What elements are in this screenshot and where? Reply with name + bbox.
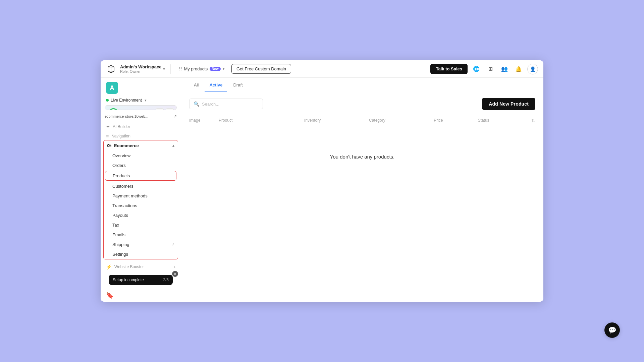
sort-icon[interactable]: ⇅ [531,118,535,123]
setup-incomplete-count: 2/5 [163,278,169,282]
wp-icon-button[interactable]: W [156,108,164,110]
top-bar-right: Talk to Sales 🌐 ⊞ 👥 🔔 👤 [430,64,538,74]
site-url-row: ecommerce-store.10web... ↗ [101,113,181,121]
tabs-bar: All Active Draft [181,78,543,93]
talk-to-sales-button[interactable]: Talk to Sales [430,64,468,74]
sidebar-avatar-section: A [101,78,181,98]
site-score-badge: 99 [108,108,119,110]
sidebar-item-shipping[interactable]: Shipping ↗ [104,240,178,249]
site-preview-card[interactable]: 99 W ✏ [105,105,177,110]
bookmark-icon[interactable]: 🔖 [106,292,113,299]
globe-icon: 🌐 [473,66,480,72]
workspace-name: Admin's Workspace [120,64,162,69]
setup-incomplete-bar[interactable]: Setup incomplete 2/5 [109,275,173,285]
products-toolbar: 🔍 Add New Product [181,93,543,115]
workspace-info[interactable]: Admin's Workspace Role: Owner ▾ [120,64,165,73]
get-free-domain-button[interactable]: Get Free Custom Domain [231,64,291,74]
live-env-chevron-icon: ▾ [145,98,147,103]
bell-icon: 🔔 [515,66,522,72]
chat-bubble-icon: 💬 [608,326,616,334]
search-icon: 🔍 [194,101,199,107]
workspace-chevron-icon: ▾ [163,67,165,71]
live-environment-label: Live Environment [111,98,142,103]
sidebar-item-customers[interactable]: Customers [104,181,178,191]
my-products-label: My products [184,66,208,71]
navigation-icon: ≡ [106,133,109,139]
chat-bubble-button[interactable]: 💬 [604,322,620,338]
search-input-wrap[interactable]: 🔍 [189,99,263,109]
my-products-button[interactable]: ⠿ My products New ▾ [176,65,227,73]
column-image: Image [189,118,216,123]
sidebar-item-payment-methods[interactable]: Payment methods [104,191,178,201]
workspace-role: Role: Owner [120,69,162,73]
my-products-chevron-icon: ▾ [223,67,225,71]
products-table: Image Product Inventory Category Price S… [181,115,543,302]
sidebar: A Live Environment ▾ 99 W ✏ [101,78,181,302]
sidebar-item-ai-builder[interactable]: ✦ AI Builder [101,121,181,131]
sidebar-section-ecommerce: 🛍 Ecommerce ▴ Overview Orders Products C… [103,140,178,259]
grid-icon-button[interactable]: ⊞ [485,64,496,74]
site-url-text: ecommerce-store.10web... [105,114,171,118]
ecommerce-label: Ecommerce [114,143,139,148]
gripper-icon: ⠿ [179,66,182,72]
divider [170,64,171,74]
sidebar-item-products[interactable]: Products [105,171,176,181]
external-link-icon[interactable]: ↗ [173,114,177,119]
globe-icon-button[interactable]: 🌐 [471,64,482,74]
ai-builder-label: AI Builder [113,124,130,129]
products-content: 🔍 Add New Product Image Product Inventor… [181,93,543,302]
navigation-label: Navigation [111,134,130,138]
sidebar-item-navigation[interactable]: ≡ Navigation [101,131,181,140]
setup-incomplete-label: Setup incomplete [113,278,144,282]
shipping-label: Shipping [112,242,129,247]
live-dot-icon [106,99,109,102]
user-avatar-icon: 👤 [530,66,536,72]
content-area: All Active Draft 🔍 Add New Product [181,78,543,302]
live-environment-row[interactable]: Live Environment ▾ [101,98,181,105]
ecommerce-sub-items: Overview Orders Products Customers Payme… [104,151,178,259]
tab-all[interactable]: All [189,79,203,92]
avatar: A [106,82,118,94]
website-booster-icon: ⚡ [106,264,112,269]
bell-icon-button[interactable]: 🔔 [513,64,524,74]
site-preview-image: 99 W ✏ [105,106,176,110]
column-sort: ⇅ [522,118,535,123]
add-new-product-button[interactable]: Add New Product [482,98,535,110]
sidebar-item-website-booster[interactable]: ⚡ Website Booster › [101,261,181,271]
close-setup-button[interactable]: ✕ [172,271,178,277]
empty-state-message: You don't have any products. [330,154,394,160]
website-booster-chevron-icon: › [174,265,175,269]
sidebar-item-emails[interactable]: Emails [104,230,178,240]
user-avatar-button[interactable]: 👤 [527,64,538,74]
table-header: Image Product Inventory Category Price S… [189,115,535,127]
search-input[interactable] [202,102,259,107]
ecommerce-icon: 🛍 [107,143,111,148]
website-booster-label: Website Booster [114,264,144,269]
ecommerce-header[interactable]: 🛍 Ecommerce ▴ [104,140,178,151]
empty-state: You don't have any products. [189,127,535,186]
sidebar-item-settings[interactable]: Settings [104,249,178,259]
column-price: Price [434,118,475,123]
tab-active[interactable]: Active [205,79,227,92]
grid-icon: ⊞ [488,66,493,72]
column-inventory: Inventory [304,118,366,123]
ai-builder-icon: ✦ [106,124,110,129]
tab-draft[interactable]: Draft [228,79,247,92]
new-badge: New [210,67,221,71]
sidebar-bottom: 🔖 [101,289,181,302]
column-category: Category [369,118,431,123]
column-status: Status [478,118,519,123]
sidebar-item-payouts[interactable]: Payouts [104,210,178,220]
logo-icon [106,64,116,74]
edit-icon-button[interactable]: ✏ [166,108,174,110]
sidebar-item-transactions[interactable]: Transactions [104,201,178,210]
shipping-external-icon: ↗ [171,242,174,247]
ecommerce-collapse-icon: ▴ [172,143,174,148]
sidebar-item-orders[interactable]: Orders [104,161,178,170]
people-icon-button[interactable]: 👥 [499,64,510,74]
site-preview-icons: W ✏ [156,108,174,110]
column-product: Product [219,118,302,123]
sidebar-item-overview[interactable]: Overview [104,151,178,161]
people-icon: 👥 [501,66,508,72]
sidebar-item-tax[interactable]: Tax [104,220,178,230]
